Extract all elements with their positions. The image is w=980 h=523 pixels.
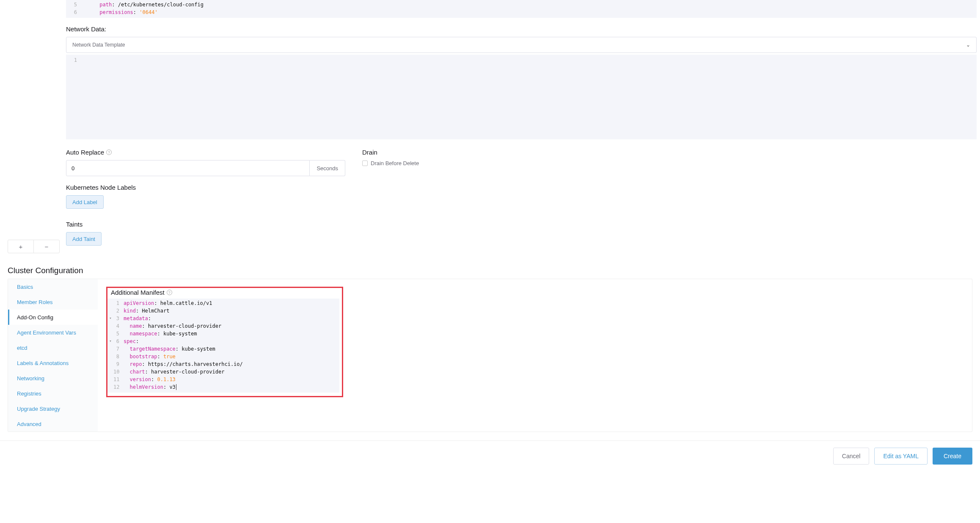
auto-replace-label: Auto Replace ? xyxy=(66,149,345,156)
add-label-button[interactable]: Add Label xyxy=(66,195,104,209)
fold-icon[interactable]: ▾ xyxy=(107,315,113,322)
fold-icon xyxy=(107,353,113,360)
line-number: 11 xyxy=(113,376,124,383)
line-number: 10 xyxy=(113,368,124,376)
code-text: repo: https://charts.harvesterhci.io/ xyxy=(124,360,243,368)
code-text: kind: HelmChart xyxy=(124,307,169,315)
code-text: helmVersion: v3 xyxy=(124,383,176,391)
tab-labels-annotations[interactable]: Labels & Annotations xyxy=(8,355,98,371)
fold-icon xyxy=(107,368,113,376)
info-icon[interactable]: ? xyxy=(106,149,112,155)
cancel-button[interactable]: Cancel xyxy=(833,448,870,465)
node-labels-label: Kubernetes Node Labels xyxy=(66,184,977,191)
tab-registries[interactable]: Registries xyxy=(8,386,98,401)
line-number: 8 xyxy=(113,353,124,360)
taints-label: Taints xyxy=(66,221,977,228)
tab-networking[interactable]: Networking xyxy=(8,371,98,386)
line-number: 9 xyxy=(113,360,124,368)
user-data-editor[interactable]: 5 path: /etc/kubernetes/cloud-config6 pe… xyxy=(66,0,977,18)
create-button[interactable]: Create xyxy=(933,448,972,465)
fold-icon xyxy=(107,322,113,330)
tab-add-on-config[interactable]: Add-On Config xyxy=(8,310,98,325)
line-number: 6 xyxy=(66,8,81,16)
line-number: 5 xyxy=(66,1,81,8)
drain-label: Drain xyxy=(362,149,977,156)
fold-icon xyxy=(107,383,113,391)
additional-manifest-highlight: Additional Manifest ? 1apiVersion: helm.… xyxy=(106,287,343,397)
auto-replace-unit: Seconds xyxy=(310,160,345,176)
network-data-label: Network Data: xyxy=(66,25,977,33)
code-text: chart: harvester-cloud-provider xyxy=(124,368,224,376)
code-text: apiVersion: helm.cattle.io/v1 xyxy=(124,299,212,307)
code-text: spec: xyxy=(124,338,139,345)
info-icon[interactable]: ? xyxy=(167,290,172,295)
remove-pool-button[interactable]: − xyxy=(33,240,59,253)
pool-add-remove: + − xyxy=(8,240,60,253)
tab-etcd[interactable]: etcd xyxy=(8,340,98,355)
tab-agent-environment-vars[interactable]: Agent Environment Vars xyxy=(8,325,98,340)
add-pool-button[interactable]: + xyxy=(8,240,33,253)
code-text: version: 0.1.13 xyxy=(124,376,176,383)
fold-icon xyxy=(107,299,113,307)
network-data-template-value: Network Data Template xyxy=(72,42,125,48)
code-text: name: harvester-cloud-provider xyxy=(124,322,221,330)
line-number: 2 xyxy=(113,307,124,315)
cluster-config-heading: Cluster Configuration xyxy=(8,266,972,275)
line-number: 1 xyxy=(113,299,124,307)
chevron-down-icon: ⌄ xyxy=(966,42,970,48)
code-text: namespace: kube-system xyxy=(124,330,197,338)
tab-member-roles[interactable]: Member Roles xyxy=(8,294,98,310)
addon-config-panel: Additional Manifest ? 1apiVersion: helm.… xyxy=(98,279,972,432)
network-data-editor[interactable]: 1 xyxy=(66,55,977,139)
fold-icon xyxy=(107,360,113,368)
edit-as-yaml-button[interactable]: Edit as YAML xyxy=(874,448,928,465)
add-taint-button[interactable]: Add Taint xyxy=(66,232,102,246)
code-text: path: /etc/kubernetes/cloud-config xyxy=(81,1,204,8)
fold-icon xyxy=(107,376,113,383)
line-number: 7 xyxy=(113,345,124,353)
cluster-config-tabs: BasicsMember RolesAdd-On ConfigAgent Env… xyxy=(8,279,98,432)
pool-rail: + − xyxy=(0,0,60,253)
line-number: 12 xyxy=(113,383,124,391)
drain-checkbox-label: Drain Before Delete xyxy=(371,160,419,166)
fold-icon[interactable]: ▾ xyxy=(107,338,113,345)
tab-basics[interactable]: Basics xyxy=(8,279,98,294)
network-data-template-select[interactable]: Network Data Template ⌄ xyxy=(66,37,977,53)
line-number: 1 xyxy=(66,56,81,64)
drain-before-delete-checkbox[interactable] xyxy=(362,160,368,166)
auto-replace-input[interactable] xyxy=(66,160,310,176)
additional-manifest-label: Additional Manifest xyxy=(111,289,165,296)
code-text: bootstrap: true xyxy=(124,353,176,360)
line-number: 3 xyxy=(113,315,124,322)
code-text: metadata: xyxy=(124,315,151,322)
fold-icon xyxy=(107,307,113,315)
tab-advanced[interactable]: Advanced xyxy=(8,416,98,432)
line-number: 5 xyxy=(113,330,124,338)
code-text: permissions: '0644' xyxy=(81,8,158,16)
line-number: 6 xyxy=(113,338,124,345)
code-text: targetNamespace: kube-system xyxy=(124,345,215,353)
additional-manifest-editor[interactable]: 1apiVersion: helm.cattle.io/v12kind: Hel… xyxy=(107,299,339,393)
tab-upgrade-strategy[interactable]: Upgrade Strategy xyxy=(8,401,98,416)
fold-icon xyxy=(107,345,113,353)
line-number: 4 xyxy=(113,322,124,330)
fold-icon xyxy=(107,330,113,338)
